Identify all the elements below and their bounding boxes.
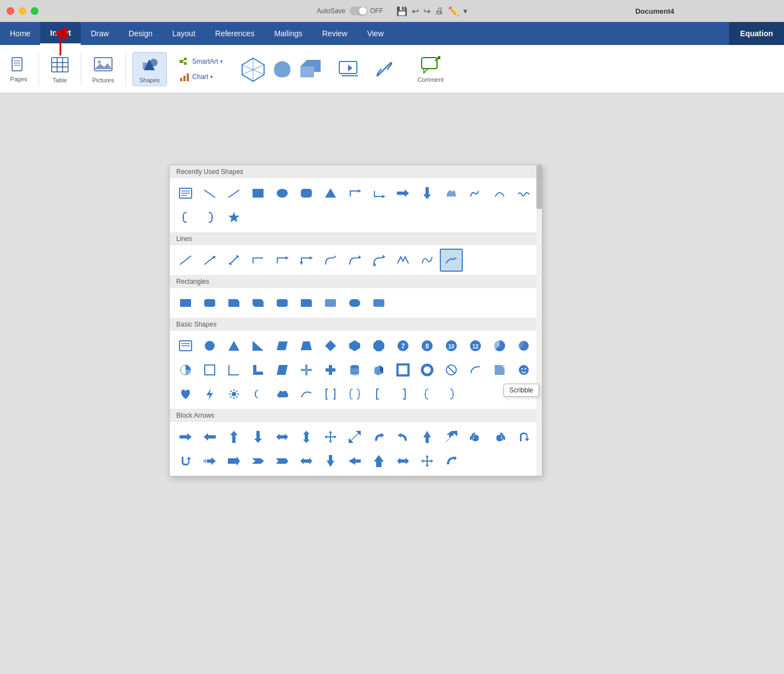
menu-home[interactable]: Home [0,22,40,45]
arrow-striped[interactable] [198,450,221,473]
arrow-circular-right[interactable] [488,425,511,448]
basic-pie2[interactable] [512,334,535,357]
menu-draw[interactable]: Draw [81,22,119,45]
shape-line2[interactable] [222,182,245,205]
icon-group-2[interactable] [298,55,325,83]
arrow-thick[interactable] [222,450,245,473]
basic-sun[interactable] [222,383,245,406]
basic-folded[interactable] [488,358,511,381]
arrow-curved-single[interactable] [440,450,463,473]
redo-icon[interactable]: ↪ [423,6,430,16]
shape-right-brace[interactable] [198,206,221,229]
shape-rect[interactable] [247,182,270,205]
scrollbar-thumb[interactable] [536,165,542,209]
shape-arc-recent[interactable] [488,182,511,205]
rect-snipped-corner[interactable] [222,291,245,314]
basic-trapezoid[interactable] [295,334,318,357]
arrow-move-horizontal[interactable] [391,450,415,473]
arrow-down[interactable] [247,425,270,448]
arrow-up[interactable] [222,425,245,448]
menu-references[interactable]: References [205,22,265,45]
menu-view[interactable]: View [357,22,394,45]
basic-lightning[interactable] [198,383,221,406]
ribbon-group-comment[interactable]: Comment [413,53,448,85]
basic-donut[interactable] [416,358,439,381]
arrow-left[interactable] [198,425,221,448]
smartart-button[interactable]: SmartArt ▾ [176,55,226,68]
arrow-left-callout[interactable] [343,450,366,473]
basic-parallelogram[interactable] [271,334,294,357]
basic-cloud[interactable] [271,383,294,406]
basic-brace-pair[interactable] [343,383,366,406]
link-icon[interactable] [373,58,395,80]
menu-insert[interactable]: Insert [40,22,81,45]
shape-triangle[interactable] [319,182,342,205]
save-icon[interactable]: 💾 [396,6,407,16]
arrow-up-callout2[interactable] [367,450,390,473]
basic-right-brace-single[interactable] [440,383,463,406]
rect-rounded[interactable] [198,291,221,314]
shape-irregular[interactable] [440,182,463,205]
shape-line1[interactable] [198,182,221,205]
media-icon[interactable] [338,58,360,80]
arrow-move-omnidirectional[interactable] [416,450,439,473]
shape-elbow2[interactable] [367,182,390,205]
minimize-button[interactable] [19,7,26,15]
shape-right-arrow[interactable] [391,182,415,205]
shape-star5[interactable] [222,206,245,229]
basic-cube[interactable] [367,358,390,381]
3d-shapes-icon[interactable] [239,55,267,83]
curved-connector[interactable] [319,249,342,272]
shape-left-brace[interactable] [174,206,197,229]
arrow-up-callout[interactable] [416,425,439,448]
undo-icon[interactable]: ↩ [412,6,419,16]
menu-layout[interactable]: Layout [163,22,205,45]
basic-bracket-pair[interactable] [319,383,342,406]
basic-num10[interactable]: 10 [440,334,463,357]
basic-textbox[interactable] [174,334,197,357]
shape-down-arrow[interactable] [416,182,439,205]
line-straight[interactable] [174,249,197,272]
scrollbar-track[interactable] [536,165,542,476]
more-icon[interactable]: ▾ [463,7,467,15]
shapes-scrollable[interactable]: Recently Used Shapes [170,165,542,476]
close-button[interactable] [7,7,14,15]
blob-shape-icon[interactable] [271,58,293,80]
arrow-curved-right[interactable] [367,425,390,448]
menu-review[interactable]: Review [312,22,357,45]
arrow-diagonal[interactable] [343,425,366,448]
basic-frame[interactable] [391,358,415,381]
arrow-left-right[interactable] [271,425,294,448]
shape-textbox[interactable] [174,182,197,205]
basic-arc[interactable] [464,358,487,381]
rect-round-snipped[interactable] [271,291,294,314]
line-arrow-right[interactable] [198,249,221,272]
arrow-curved-left[interactable] [391,425,415,448]
basic-pie3[interactable] [174,358,197,381]
menu-design[interactable]: Design [119,22,163,45]
basic-num7[interactable]: 7 [391,334,415,357]
arrow-circular-left[interactable] [464,425,487,448]
shape-oval[interactable] [271,182,294,205]
basic-square-outline[interactable] [198,358,221,381]
basic-hexagon[interactable] [343,334,366,357]
autosave-toggle[interactable]: OFF [350,7,383,15]
rect-8[interactable] [343,291,366,314]
loop-line[interactable] [416,249,439,272]
basic-diagonal[interactable] [271,358,294,381]
basic-pie[interactable] [488,334,511,357]
ribbon-group-pages[interactable]: Pages [5,54,32,85]
basic-triangle[interactable] [222,334,245,357]
basic-l-shape[interactable] [247,358,270,381]
arrow-up-right[interactable] [440,425,463,448]
arrow-up-down[interactable] [295,425,318,448]
rect-round-one[interactable] [295,291,318,314]
menu-mailings[interactable]: Mailings [264,22,312,45]
ribbon-group-table[interactable]: Table [46,53,74,86]
basic-curved-line[interactable] [295,383,318,406]
basic-left-brace-single[interactable] [416,383,439,406]
maximize-button[interactable] [31,7,38,15]
elbow-connector-arrow[interactable] [271,249,294,272]
ribbon-group-shapes[interactable]: Shapes [132,52,167,86]
basic-plus-outline[interactable] [295,358,318,381]
